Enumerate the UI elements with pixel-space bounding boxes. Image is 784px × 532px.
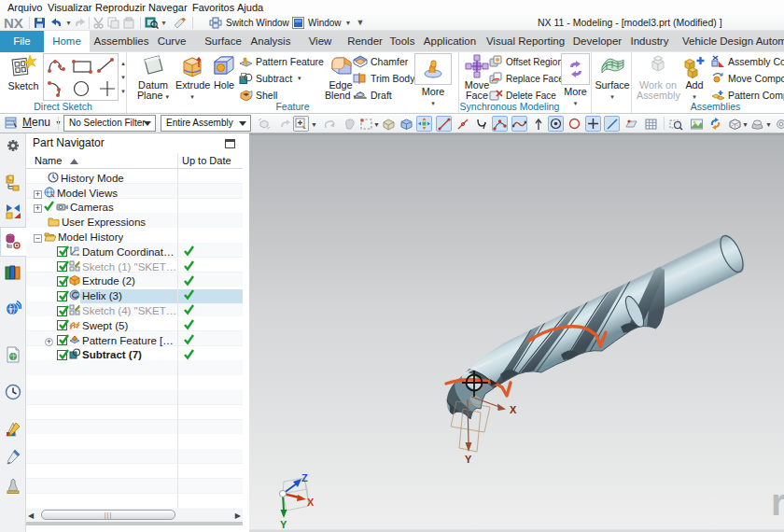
svg-text:X: X [307,497,315,508]
svg-text:i: i [10,305,13,315]
svg-text:re: re [771,482,784,523]
svg-text:Y: Y [280,519,287,530]
svg-text:Y: Y [465,454,472,465]
svg-text:Z: Z [301,472,308,483]
svg-text:X: X [510,404,517,415]
